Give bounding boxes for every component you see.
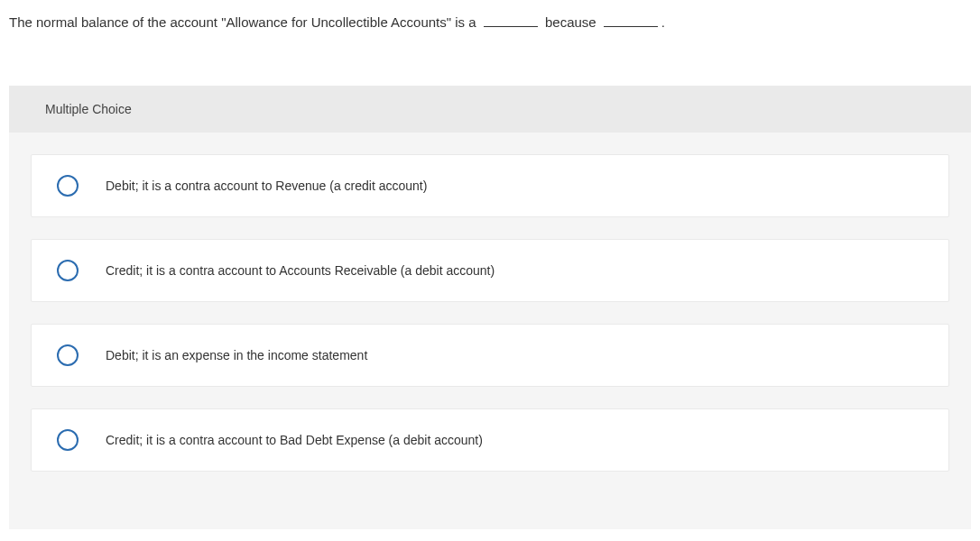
radio-icon[interactable] [57,175,79,197]
option-3[interactable]: Debit; it is an expense in the income st… [31,324,949,387]
question-prefix: The normal balance of the account "Allow… [9,14,476,30]
options-list: Debit; it is a contra account to Revenue… [9,133,971,472]
question-mid: because [545,14,596,30]
section-label: Multiple Choice [45,102,132,116]
section-header: Multiple Choice [9,86,971,133]
radio-icon[interactable] [57,344,79,366]
option-1[interactable]: Debit; it is a contra account to Revenue… [31,154,949,217]
blank-2 [604,26,658,27]
option-2[interactable]: Credit; it is a contra account to Accoun… [31,239,949,302]
option-label: Credit; it is a contra account to Bad De… [106,433,483,447]
option-label: Credit; it is a contra account to Accoun… [106,263,495,278]
radio-icon[interactable] [57,260,79,281]
option-label: Debit; it is a contra account to Revenue… [106,179,427,193]
option-label: Debit; it is an expense in the income st… [106,348,367,362]
blank-1 [484,26,538,27]
question-text: The normal balance of the account "Allow… [0,0,980,41]
option-4[interactable]: Credit; it is a contra account to Bad De… [31,408,949,472]
question-suffix: . [661,14,665,30]
answer-container: Multiple Choice Debit; it is a contra ac… [9,86,971,529]
radio-icon[interactable] [57,429,79,451]
